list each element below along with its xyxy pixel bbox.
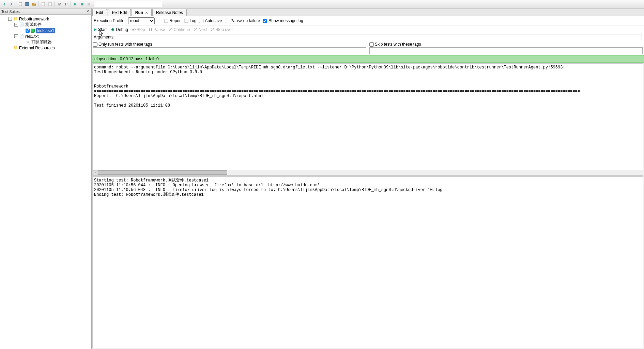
file-icon: 📄 <box>19 22 24 27</box>
profile-select[interactable]: robot <box>128 17 155 24</box>
save-icon[interactable] <box>24 1 30 7</box>
run-icon[interactable] <box>72 1 78 7</box>
pause-on-failure-checkbox[interactable]: Pause on failure <box>225 18 260 23</box>
svg-rect-2 <box>42 2 45 6</box>
debug-button[interactable]: Debug <box>111 27 128 32</box>
close-icon[interactable]: ✕ <box>85 9 90 14</box>
stop-icon[interactable] <box>86 1 92 7</box>
status-bar: elapsed time: 0:00:13 pass: 1 fail: 0 <box>92 55 644 63</box>
file-icon: 📄 <box>19 34 24 39</box>
svg-rect-3 <box>49 2 51 6</box>
message-log[interactable]: Starting test: Robotframework.测试套件.testc… <box>92 176 643 348</box>
stepover-button: ↷Step over <box>211 27 233 32</box>
skip-tags-checkbox[interactable] <box>369 42 374 47</box>
back-icon[interactable] <box>1 1 7 7</box>
svg-point-4 <box>81 3 83 5</box>
only-tags-checkbox[interactable] <box>93 42 97 47</box>
console-output[interactable]: command: robot --argumentfile C:\Users\l… <box>92 63 643 176</box>
stop-button: ■Stop <box>132 27 145 32</box>
tree-root[interactable]: − 📁 Robotframework <box>0 16 91 22</box>
kw-icon[interactable]: K¹ <box>56 1 62 7</box>
close-icon[interactable]: ✕ <box>145 11 148 15</box>
tree-label: 测试套件 <box>25 22 42 28</box>
profile-label: Execution Profile: <box>94 18 125 23</box>
tc-icon[interactable]: T¹ <box>63 1 69 7</box>
toolbar-search[interactable] <box>94 1 162 7</box>
scroll-left-icon[interactable]: ‹ <box>93 170 98 175</box>
main-toolbar: K¹ T¹ <box>0 0 644 9</box>
tab-release[interactable]: Release Notes <box>152 9 187 16</box>
svg-rect-0 <box>19 2 22 6</box>
pause-button: ❚❚Pause <box>149 27 165 32</box>
next-button: ▸Next <box>194 27 207 32</box>
collapse-icon[interactable]: − <box>14 23 18 27</box>
folder-icon: 📁 <box>13 46 18 50</box>
show-message-log-checkbox[interactable]: Show message log <box>263 18 303 23</box>
console-text: command: robot --argumentfile C:\Users\l… <box>93 64 643 109</box>
tree-label: res1.txt <box>25 34 39 39</box>
autosave-checkbox[interactable]: Autosave <box>199 18 222 23</box>
tree-label: Robotframework <box>19 17 49 21</box>
content-area: Edit Text Edit Run✕ Release Notes Execut… <box>92 9 644 349</box>
tab-run[interactable]: Run✕ <box>132 9 152 16</box>
collapse-icon[interactable]: − <box>14 34 18 38</box>
tree-external[interactable]: 📁 External Resources <box>0 45 91 51</box>
tab-textedit[interactable]: Text Edit <box>108 9 131 16</box>
tree-label: testcase1 <box>36 28 55 33</box>
tab-bar: Edit Text Edit Run✕ Release Notes <box>92 9 644 16</box>
debug-icon[interactable] <box>79 1 85 7</box>
log-button[interactable]: Log <box>184 18 196 23</box>
tree-resource[interactable]: − 📄 res1.txt <box>0 33 91 39</box>
arguments-input[interactable] <box>116 34 642 40</box>
sidebar-header: Test Suites ✕ <box>0 9 91 15</box>
testcase-checkbox[interactable] <box>26 29 30 33</box>
svg-rect-1 <box>26 2 29 6</box>
run-panel: Execution Profile: robot Report Log Auto… <box>92 16 644 55</box>
tree-label: External Resources <box>19 46 55 50</box>
h-scrollbar[interactable]: ‹ <box>93 170 643 175</box>
doc2-icon[interactable] <box>47 1 53 7</box>
tree-keyword[interactable]: ⚙ 打開瀏覽器 <box>0 39 91 45</box>
svg-rect-6 <box>165 19 168 22</box>
svg-rect-5 <box>88 3 90 5</box>
test-tree[interactable]: − 📁 Robotframework − 📄 测试套件 testcase1 − … <box>0 15 91 349</box>
forward-icon[interactable] <box>8 1 14 7</box>
new-file-icon[interactable] <box>17 1 24 7</box>
open-icon[interactable] <box>31 1 37 7</box>
sidebar-title: Test Suites <box>1 10 20 14</box>
skip-tags-input[interactable] <box>369 47 643 54</box>
tree-label: 打開瀏覽器 <box>31 39 52 45</box>
tree-suite[interactable]: − 📄 测试套件 <box>0 22 91 28</box>
tab-edit[interactable]: Edit <box>92 9 107 16</box>
only-tags-input[interactable] <box>93 47 366 54</box>
sidebar: Test Suites ✕ − 📁 Robotframework − 📄 测试套… <box>0 9 92 349</box>
folder-icon: 📁 <box>13 17 18 21</box>
pass-icon <box>31 29 35 33</box>
continue-button: ▸Continue <box>169 27 190 32</box>
keyword-icon: ⚙ <box>26 40 30 45</box>
tree-testcase[interactable]: testcase1 <box>0 28 91 33</box>
report-button[interactable]: Report <box>164 18 182 23</box>
collapse-icon[interactable]: − <box>8 17 12 21</box>
doc1-icon[interactable] <box>40 1 46 7</box>
scroll-thumb[interactable] <box>98 170 227 175</box>
start-button[interactable]: Start <box>94 27 107 32</box>
arguments-label: Arguments: <box>94 35 114 39</box>
svg-rect-7 <box>185 19 188 22</box>
message-log-text: Starting test: Robotframework.测试套件.testc… <box>93 177 643 199</box>
